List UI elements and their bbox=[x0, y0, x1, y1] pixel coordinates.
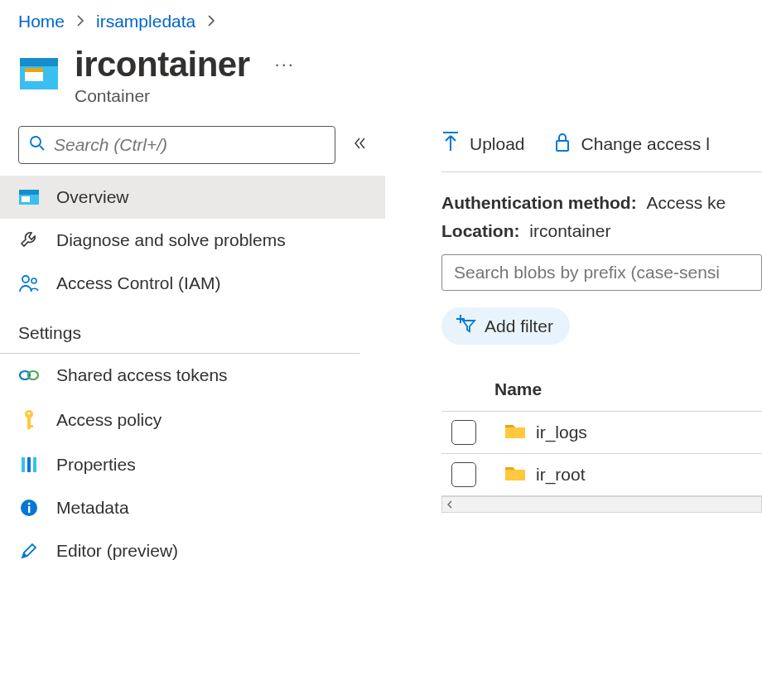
svg-rect-18 bbox=[22, 457, 25, 472]
info-icon bbox=[18, 499, 40, 517]
bars-icon bbox=[18, 456, 40, 474]
page-header: ircontainer ··· Container bbox=[0, 36, 762, 126]
svg-point-15 bbox=[27, 412, 30, 414]
svg-rect-19 bbox=[27, 457, 31, 472]
table-row[interactable]: ir_root bbox=[441, 454, 762, 496]
sidebar-item-properties[interactable]: Properties bbox=[0, 443, 385, 486]
lock-icon bbox=[553, 131, 572, 157]
sidebar-item-label: Metadata bbox=[56, 498, 129, 518]
sidebar-item-label: Access Control (IAM) bbox=[56, 273, 220, 293]
row-checkbox[interactable] bbox=[451, 420, 476, 445]
sidebar-item-label: Editor (preview) bbox=[56, 541, 178, 561]
chevron-right-icon bbox=[76, 12, 84, 31]
toolbar-label: Change access l bbox=[581, 134, 710, 154]
folder-icon bbox=[504, 465, 526, 485]
svg-rect-20 bbox=[33, 457, 36, 472]
add-filter-label: Add filter bbox=[485, 316, 553, 336]
auth-method-value: Access ke bbox=[647, 193, 726, 212]
location-value: ircontainer bbox=[529, 221, 610, 240]
filter-icon bbox=[455, 315, 476, 337]
svg-rect-9 bbox=[22, 196, 30, 202]
sidebar-search-input[interactable] bbox=[54, 135, 325, 155]
upload-button[interactable]: Upload bbox=[441, 131, 525, 157]
search-icon bbox=[29, 135, 46, 155]
breadcrumb-parent[interactable]: irsampledata bbox=[96, 12, 195, 31]
sidebar-section-settings: Settings bbox=[0, 305, 360, 354]
sidebar: Overview Diagnose and solve problems Acc… bbox=[0, 126, 385, 572]
toolbar-label: Upload bbox=[470, 134, 525, 154]
folder-icon bbox=[504, 422, 526, 443]
link-icon bbox=[18, 368, 40, 383]
breadcrumb: Home irsampledata bbox=[0, 0, 762, 36]
location-label: Location: bbox=[441, 221, 520, 240]
svg-rect-8 bbox=[19, 190, 39, 195]
sidebar-item-shared-access-tokens[interactable]: Shared access tokens bbox=[0, 354, 385, 397]
table-row[interactable]: ir_logs bbox=[441, 412, 762, 454]
auth-method-label: Authentication method: bbox=[441, 193, 637, 212]
svg-point-11 bbox=[31, 278, 36, 283]
main-pane: Upload Change access l Authentication me… bbox=[385, 126, 762, 572]
info-block: Authentication method: Access ke Locatio… bbox=[441, 172, 762, 254]
horizontal-scrollbar[interactable] bbox=[441, 496, 762, 513]
collapse-icon[interactable] bbox=[352, 136, 367, 154]
people-icon bbox=[18, 273, 40, 293]
container-icon bbox=[18, 188, 40, 206]
svg-line-6 bbox=[40, 146, 44, 150]
sidebar-item-label: Shared access tokens bbox=[56, 365, 228, 385]
svg-point-23 bbox=[28, 503, 31, 505]
pencil-icon bbox=[18, 542, 40, 560]
svg-point-5 bbox=[31, 137, 41, 147]
toolbar: Upload Change access l bbox=[441, 131, 762, 172]
chevron-right-icon bbox=[207, 12, 215, 31]
svg-point-10 bbox=[22, 276, 29, 282]
svg-rect-22 bbox=[28, 506, 30, 513]
sidebar-item-metadata[interactable]: Metadata bbox=[0, 486, 385, 529]
sidebar-item-overview[interactable]: Overview bbox=[0, 176, 385, 219]
upload-icon bbox=[441, 131, 460, 157]
sidebar-item-iam[interactable]: Access Control (IAM) bbox=[0, 262, 385, 305]
scroll-left-arrow[interactable] bbox=[446, 500, 454, 509]
breadcrumb-home[interactable]: Home bbox=[18, 12, 65, 31]
container-large-icon bbox=[18, 53, 60, 94]
table-header: Name bbox=[441, 368, 762, 412]
page-subtitle: Container bbox=[75, 86, 295, 106]
blob-table: Name ir_logs ir_root bbox=[441, 368, 762, 513]
sidebar-search[interactable] bbox=[18, 126, 335, 164]
svg-rect-1 bbox=[20, 58, 58, 66]
svg-rect-4 bbox=[25, 72, 43, 81]
blob-search-input[interactable] bbox=[441, 254, 762, 291]
sidebar-item-label: Overview bbox=[56, 187, 129, 207]
sidebar-item-access-policy[interactable]: Access policy bbox=[0, 397, 385, 443]
change-access-button[interactable]: Change access l bbox=[553, 131, 710, 157]
row-checkbox[interactable] bbox=[451, 462, 476, 487]
sidebar-item-label: Diagnose and solve problems bbox=[56, 230, 286, 250]
svg-rect-25 bbox=[557, 141, 568, 151]
page-title: ircontainer bbox=[75, 45, 250, 84]
add-filter-button[interactable]: Add filter bbox=[441, 307, 570, 345]
wrench-icon bbox=[18, 230, 40, 250]
sidebar-item-diagnose[interactable]: Diagnose and solve problems bbox=[0, 219, 385, 262]
row-name-text: ir_logs bbox=[536, 422, 587, 442]
row-name-text: ir_root bbox=[536, 465, 586, 485]
sidebar-item-label: Properties bbox=[56, 455, 136, 475]
svg-rect-17 bbox=[27, 425, 33, 427]
sidebar-item-label: Access policy bbox=[56, 410, 162, 430]
sidebar-item-editor[interactable]: Editor (preview) bbox=[0, 529, 385, 572]
column-name[interactable]: Name bbox=[494, 379, 542, 399]
svg-rect-3 bbox=[25, 68, 43, 72]
key-icon bbox=[18, 408, 40, 432]
more-icon[interactable]: ··· bbox=[275, 54, 295, 75]
